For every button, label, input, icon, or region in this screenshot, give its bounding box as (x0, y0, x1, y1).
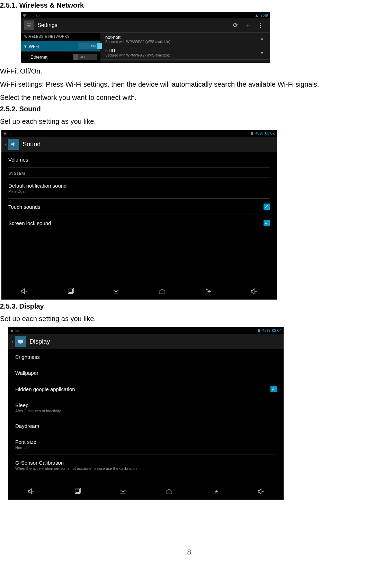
bt-icon: ◆ (10, 328, 13, 333)
nav-bar (1, 283, 277, 300)
ethernet-toggle[interactable]: OFF (78, 54, 97, 60)
brightness-item[interactable]: Brightness (15, 349, 277, 365)
wifi-toggle[interactable]: ON (78, 43, 97, 49)
add-icon[interactable]: + (242, 22, 254, 29)
lock-sound-checkbox[interactable]: ✓ (264, 220, 270, 226)
display-header: ‹ Display (8, 334, 284, 349)
hidden-google-label: Hidden google application (15, 386, 75, 392)
hide-nav-icon[interactable] (106, 287, 126, 295)
wifi-network-item[interactable]: HHH Secured with WPA/WPA2 (WPS available… (100, 46, 270, 60)
wifi-network-item[interactable]: TP-LINK_DE1A90 (100, 60, 270, 63)
display-desc: Set up each setting as you like. (0, 313, 378, 324)
network-name: HHH (105, 48, 170, 53)
status-left-icons: ◆ ▭ (3, 131, 12, 136)
settings-icon[interactable] (24, 20, 34, 30)
font-size-item[interactable]: Font size Normal (15, 434, 277, 455)
recent-apps-icon[interactable] (60, 287, 81, 295)
screenshot-display-settings: ◆ ▭ ▮ 45% 03:04 ‹ Display Brightness (8, 327, 284, 500)
svg-rect-20 (76, 488, 80, 493)
wifi-network-item[interactable]: hot-hott Secured with WPA/WPA2 (WPS avai… (100, 33, 270, 46)
back-button[interactable]: ‹ (5, 139, 23, 150)
wifi-label: Wi-Fi (29, 44, 39, 49)
ethernet-label: Ethernet (30, 54, 47, 60)
home-icon[interactable] (159, 488, 179, 495)
svg-point-3 (30, 23, 31, 24)
notification-value: Pixie Dust (8, 189, 66, 193)
heading-252: 2.5.2. Sound (0, 105, 378, 113)
wifi-icon: ▲ (255, 13, 259, 17)
notification-label: Default notification sound (8, 183, 66, 189)
volume-down-icon[interactable] (21, 488, 42, 495)
home-icon[interactable] (152, 287, 172, 295)
sleep-item[interactable]: Sleep After 2 minutes of inactivity (15, 397, 277, 418)
hidden-google-checkbox[interactable]: ✓ (270, 386, 277, 392)
svg-rect-1 (27, 25, 30, 26)
svg-marker-12 (251, 289, 254, 294)
download-icon: ↓ (28, 13, 30, 18)
touch-sounds-checkbox[interactable]: ✓ (264, 204, 270, 210)
status-bar: ◆ ▭ ▮ 45% 03:04 (8, 327, 284, 334)
wireless-networks-header: WIRELESS & NETWORKS (21, 33, 100, 41)
gsensor-label: G-Sensor Calibration (15, 460, 137, 466)
svg-point-5 (30, 26, 31, 27)
svg-marker-17 (29, 489, 32, 494)
scan-icon[interactable]: ⟳ (229, 21, 242, 29)
wifi-item[interactable]: ▾ Wi-Fi ON (21, 41, 100, 52)
network-security: Secured with WPA/WPA2 (WPS available) (105, 40, 170, 44)
touch-sounds-item[interactable]: Touch sounds ✓ (8, 199, 270, 215)
gsensor-sub: When the acceleration sensor is not accu… (15, 466, 137, 471)
display-title: Display (29, 338, 50, 345)
chevron-left-icon: ‹ (5, 141, 7, 147)
screen-lock-sound-item[interactable]: Screen lock sound ✓ (8, 215, 270, 231)
status-right: ▮ 45% 03:04 (258, 328, 282, 333)
wallpaper-item[interactable]: Wallpaper (15, 365, 277, 381)
ethernet-icon: ⬚ (24, 54, 28, 60)
status-left-icons: Ψ ↓ ↓ ▭ (23, 13, 39, 18)
download-icon-2: ↓ (32, 13, 34, 18)
hidden-google-item[interactable]: Hidden google application ✓ (15, 381, 277, 397)
system-category: SYSTEM (8, 168, 270, 178)
screenshot-sound-settings: ◆ ▭ ▮ 45% 03:02 ‹ Sound Volumes SYSTEM (1, 130, 277, 300)
hide-nav-icon[interactable] (113, 488, 133, 495)
volumes-item[interactable]: Volumes (8, 152, 270, 168)
wallpaper-label: Wallpaper (15, 370, 38, 376)
wifi-lock-icon: ▾ (261, 50, 263, 55)
ethernet-item[interactable]: ⬚ Ethernet OFF (21, 52, 100, 62)
wifi-lock-icon: ▾ (261, 36, 263, 42)
volume-up-icon[interactable] (250, 488, 271, 495)
brightness-label: Brightness (15, 354, 40, 360)
status-time: 03:02 (265, 131, 275, 135)
notification-sound-item[interactable]: Default notification sound Pixie Dust (8, 178, 270, 199)
back-icon[interactable] (204, 488, 225, 495)
back-icon[interactable] (197, 287, 218, 295)
wifi-settings-desc: Wi-Fi settings: Press Wi-Fi settings, th… (0, 79, 378, 90)
battery-icon: ▮ (251, 131, 253, 136)
battery-pct: 45% (262, 328, 270, 333)
display-icon (15, 336, 26, 347)
svg-rect-15 (18, 340, 23, 343)
wifi-select-text: Select the network you want to connect w… (0, 92, 378, 103)
status-right: ▲ 7:49 (255, 13, 268, 17)
chevron-left-icon: ‹ (12, 338, 14, 345)
wifi-off-on-text: Wi-Fi: Off/On. (0, 66, 378, 77)
network-security: Secured with WPA/WPA2 (WPS available) (105, 53, 170, 57)
gsensor-item[interactable]: G-Sensor Calibration When the accelerati… (15, 455, 277, 475)
network-name: TP-LINK_DE1A90 (105, 62, 142, 63)
sound-title: Sound (23, 141, 41, 148)
status-time: 03:04 (272, 328, 282, 333)
daydream-item[interactable]: Daydream (15, 418, 277, 434)
sound-icon (8, 139, 19, 150)
sd-icon: ▭ (8, 131, 12, 136)
daydream-label: Daydream (15, 423, 39, 429)
svg-point-4 (30, 25, 31, 26)
svg-rect-9 (68, 289, 72, 294)
overflow-menu-icon[interactable]: ⋮ (254, 21, 267, 29)
sd-icon: ▭ (15, 328, 19, 333)
page-number: 8 (0, 548, 378, 556)
app-title: Settings (37, 22, 229, 28)
volume-up-icon[interactable] (243, 287, 264, 295)
recent-apps-icon[interactable] (67, 488, 88, 495)
volume-down-icon[interactable] (14, 287, 35, 295)
back-button[interactable]: ‹ (12, 336, 29, 347)
svg-rect-2 (27, 27, 30, 27)
